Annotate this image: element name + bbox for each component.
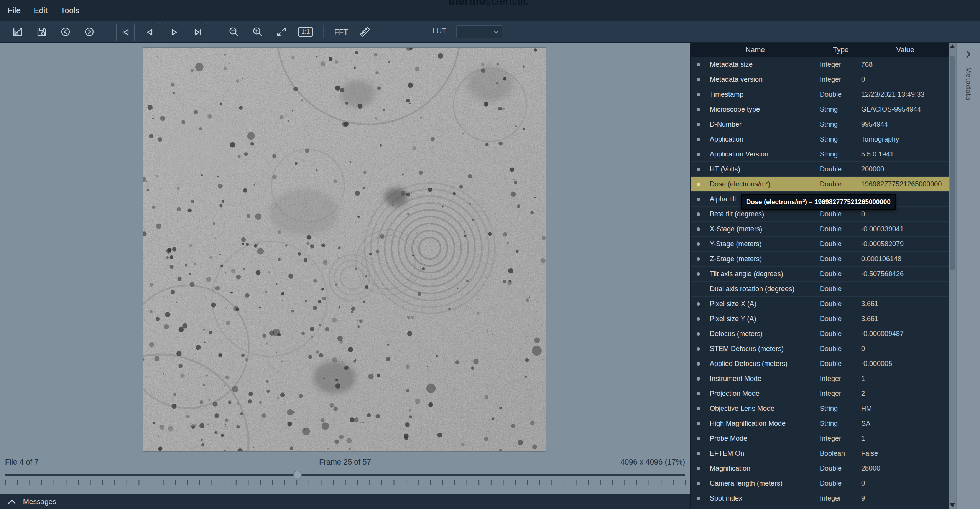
- em-image[interactable]: [143, 48, 546, 451]
- table-row[interactable]: Timestamp Double 12/23/2021 13:49:33: [691, 87, 949, 102]
- table-row[interactable]: Microscope type String GLACIOS-9954944: [691, 102, 949, 117]
- table-row[interactable]: Beta tilt (degrees) Double 0: [691, 207, 949, 222]
- meta-type: Double: [820, 225, 861, 233]
- row-bullet-icon: [697, 272, 700, 276]
- row-bullet-icon: [697, 467, 700, 470]
- table-row[interactable]: Metadata version Integer 0: [691, 72, 949, 87]
- meta-value: 0: [861, 76, 949, 84]
- meta-name: Beta tilt (degrees): [710, 210, 764, 218]
- meta-type: Double: [820, 180, 861, 188]
- table-row[interactable]: Spot index Integer 9: [691, 491, 949, 506]
- meta-type: String: [820, 420, 861, 428]
- meta-type: Integer: [820, 76, 861, 84]
- chevron-down-icon: [493, 30, 499, 34]
- size-status: 4096 x 4096 (17%): [620, 458, 685, 466]
- table-row[interactable]: D-Number String 9954944: [691, 117, 949, 132]
- slider-thumb[interactable]: [293, 471, 302, 479]
- row-bullet-icon: [697, 302, 700, 306]
- fit-screen-icon[interactable]: [273, 23, 290, 41]
- first-frame-icon[interactable]: [116, 23, 135, 41]
- metadata-rows: Metadata size Integer 768 Metadata versi…: [691, 57, 949, 506]
- table-row[interactable]: Pixel size Y (A) Double 3.661: [691, 311, 949, 326]
- row-bullet-icon: [697, 123, 700, 126]
- one-to-one-button[interactable]: 1:1: [297, 23, 314, 41]
- column-header-type[interactable]: Type: [820, 46, 862, 54]
- table-row[interactable]: EFTEM On Boolean False: [691, 446, 949, 461]
- table-row[interactable]: Application String Tomography: [691, 132, 949, 147]
- table-row[interactable]: Instrument Mode Integer 1: [691, 371, 949, 386]
- measure-icon[interactable]: [356, 23, 374, 41]
- last-frame-icon[interactable]: [189, 23, 207, 41]
- table-row[interactable]: Tilt axis angle (degrees) Double -0.5075…: [691, 267, 949, 282]
- table-row[interactable]: HT (Volts) Double 200000: [691, 162, 949, 177]
- meta-value: 28000: [861, 465, 949, 473]
- scroll-down-icon[interactable]: [950, 503, 955, 507]
- crop-icon[interactable]: [9, 23, 26, 41]
- column-header-value[interactable]: Value: [862, 46, 949, 54]
- table-row[interactable]: Objective Lens Mode String HM: [691, 401, 949, 416]
- table-row[interactable]: Applied Defocus (meters) Double -0.00000…: [691, 356, 949, 371]
- toolbar-separator: [110, 25, 110, 38]
- frame-slider[interactable]: [5, 474, 685, 476]
- table-row[interactable]: Alpha tilt Double: [691, 192, 949, 207]
- meta-value: False: [861, 450, 949, 458]
- column-header-name[interactable]: Name: [691, 46, 820, 54]
- messages-bar[interactable]: Messages: [0, 494, 690, 509]
- table-row[interactable]: Application Version String 5.5.0.1941: [691, 147, 949, 162]
- table-row[interactable]: Defocus (meters) Double -0.000009487: [691, 326, 949, 341]
- next-frame-icon[interactable]: [165, 23, 183, 41]
- meta-type: Double: [820, 315, 861, 323]
- row-bullet-icon: [697, 407, 700, 410]
- meta-type: Double: [820, 465, 861, 473]
- meta-name: Projection Mode: [710, 390, 760, 398]
- row-bullet-icon: [697, 138, 700, 141]
- table-row[interactable]: Dose (electrons/m²) Double 1969827775212…: [691, 177, 949, 192]
- previous-frame-icon[interactable]: [141, 23, 159, 41]
- table-row[interactable]: Y-Stage (meters) Double -0.000582079: [691, 237, 949, 252]
- row-bullet-icon: [697, 317, 700, 321]
- metadata-panel: Name Type Value Metadata size Integer 76…: [690, 43, 949, 509]
- previous-item-icon[interactable]: [57, 23, 74, 41]
- scrollbar-thumb[interactable]: [950, 56, 955, 270]
- snapshot-icon[interactable]: [33, 23, 51, 41]
- meta-value: -0.000339041: [861, 225, 949, 233]
- zoom-in-icon[interactable]: [249, 23, 266, 41]
- meta-value: 0: [861, 479, 949, 488]
- table-row[interactable]: Camera length (meters) Double 0: [691, 476, 949, 491]
- table-row[interactable]: X-Stage (meters) Double -0.000339041: [691, 222, 949, 237]
- collapse-panel-icon[interactable]: [965, 49, 972, 60]
- table-row[interactable]: Probe Mode Integer 1: [691, 431, 949, 446]
- zoom-out-icon[interactable]: [225, 23, 243, 41]
- lut-select[interactable]: [456, 25, 502, 38]
- meta-name: Y-Stage (meters): [710, 240, 761, 248]
- table-row[interactable]: Magnification Double 28000: [691, 461, 949, 476]
- scroll-up-icon[interactable]: [950, 44, 955, 48]
- row-bullet-icon: [697, 347, 700, 351]
- row-bullet-icon: [697, 198, 700, 201]
- table-row[interactable]: Pixel size X (A) Double 3.661: [691, 297, 949, 311]
- meta-type: Double: [820, 345, 861, 353]
- table-row[interactable]: STEM Defocus (meters) Double 0: [691, 341, 949, 356]
- menu-tools[interactable]: Tools: [59, 6, 81, 15]
- chevron-up-icon: [8, 499, 16, 504]
- row-bullet-icon: [697, 168, 700, 171]
- file-status: File 4 of 7: [5, 458, 39, 466]
- table-row[interactable]: Metadata size Integer 768: [691, 57, 949, 72]
- table-row[interactable]: High Magnification Mode String SA: [691, 416, 949, 431]
- tab-metadata[interactable]: Metadata: [964, 67, 973, 100]
- meta-type: Boolean: [820, 450, 861, 458]
- row-bullet-icon: [697, 377, 700, 381]
- menu-file[interactable]: File: [6, 6, 22, 15]
- metadata-scrollbar[interactable]: [949, 43, 956, 509]
- menu-edit[interactable]: Edit: [32, 6, 49, 15]
- table-row[interactable]: Z-Stage (meters) Double 0.000106148: [691, 252, 949, 267]
- meta-name: Applied Defocus (meters): [710, 360, 788, 368]
- fft-button[interactable]: FFT: [329, 23, 354, 41]
- table-row[interactable]: Projection Mode Integer 2: [691, 386, 949, 401]
- meta-value: Tomography: [861, 135, 949, 143]
- table-row[interactable]: Dual axis rotation (degrees) Double: [691, 282, 949, 297]
- next-item-icon[interactable]: [81, 23, 98, 41]
- meta-name: Probe Mode: [710, 435, 747, 443]
- meta-value: -0.000582079: [861, 240, 949, 248]
- meta-value: -0.000009487: [861, 330, 949, 338]
